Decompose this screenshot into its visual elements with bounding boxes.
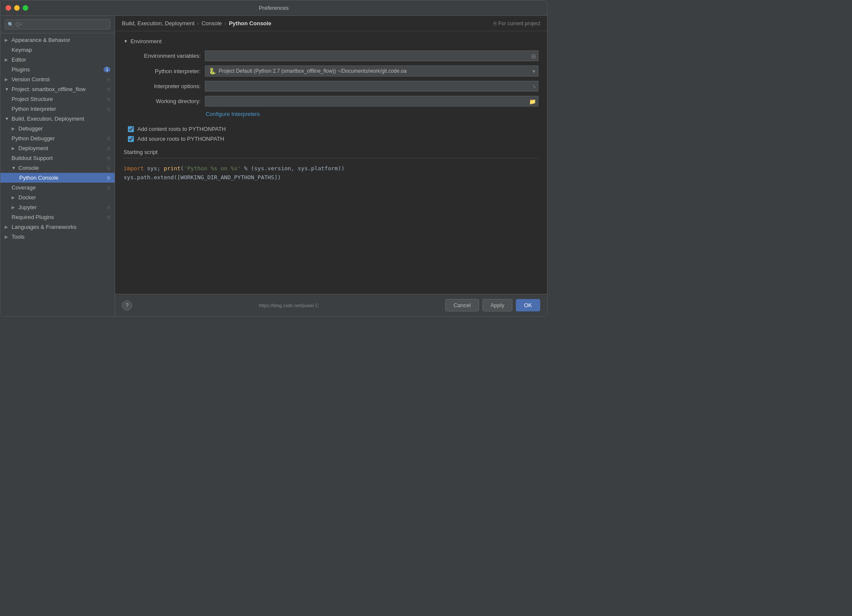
search-input[interactable] [5, 19, 110, 30]
working-directory-label: Working directory: [124, 98, 201, 104]
python-interpreter-select-wrapper: 🐍 Project Default (Python 2.7 (smartbox_… [205, 65, 538, 77]
python-interpreter-label: Python interpreter: [124, 68, 201, 74]
copy-icon: ⎘ [107, 97, 110, 102]
sidebar-item-label: Build, Execution, Deployment [12, 116, 84, 122]
sidebar-item-label: Tools [12, 234, 24, 240]
sidebar-item-project[interactable]: ▼ Project: smartbox_offline_flow ⎘ [0, 84, 115, 94]
code-text: sys; [144, 164, 164, 173]
main-layout: 🔍 ▶ Appearance & Behavior Keymap ▶ [0, 16, 547, 316]
copy-icon: ⎘ [107, 185, 110, 190]
env-variables-label: Environment variables: [124, 53, 201, 59]
add-source-roots-label: Add source roots to PYTHONPATH [137, 136, 224, 142]
sidebar-item-buildout[interactable]: Buildout Support ⎘ [0, 153, 115, 163]
sidebar-item-coverage[interactable]: Coverage ⎘ [0, 183, 115, 192]
copy-icon: ⎘ [107, 87, 110, 92]
arrow-icon: ▼ [5, 116, 10, 121]
sidebar-item-label: Docker [18, 194, 36, 201]
for-current-project: ⎘ For current project [494, 21, 540, 27]
ok-button[interactable]: OK [516, 299, 540, 311]
sidebar-item-label: Editor [12, 56, 26, 63]
arrow-icon: ▶ [5, 234, 10, 239]
sidebar-item-python-debugger[interactable]: Python Debugger ⎘ [0, 133, 115, 143]
code-string: 'Python %s on %s' [184, 164, 241, 173]
sidebar-item-label: Python Interpreter [12, 106, 56, 112]
add-content-roots-row: Add content roots to PYTHONPATH [124, 126, 538, 132]
add-content-roots-checkbox[interactable] [128, 126, 134, 132]
sidebar-item-label: Jupyter [18, 204, 37, 210]
sidebar-item-label: Project: smartbox_offline_flow [12, 86, 86, 92]
working-directory-input[interactable] [205, 96, 538, 107]
python-interpreter-select[interactable]: 🐍 Project Default (Python 2.7 (smartbox_… [205, 65, 538, 77]
copy-icon: ⎘ [107, 215, 110, 220]
bottom-url: https://blog.csdn.net/jiuwei C [259, 303, 319, 308]
copy-icon: ⎘ [494, 21, 497, 27]
sidebar-item-console[interactable]: ▼ Console ⎘ [0, 163, 115, 173]
bottom-bar: ? https://blog.csdn.net/jiuwei C Cancel … [115, 294, 547, 316]
copy-icon: ⎘ [107, 146, 110, 151]
code-line-2: sys.path.extend([WORKING_DIR_AND_PYTHON_… [124, 173, 538, 182]
add-source-roots-row: Add source roots to PYTHONPATH [124, 136, 538, 142]
sidebar-item-project-structure[interactable]: Project Structure ⎘ [0, 94, 115, 104]
configure-interpreters-link[interactable]: Configure Interpreters [206, 111, 260, 117]
sidebar-item-appearance[interactable]: ▶ Appearance & Behavior [0, 35, 115, 45]
env-variables-icon[interactable]: ⊟ [531, 53, 536, 59]
close-button[interactable] [6, 5, 11, 11]
sidebar-item-jupyter[interactable]: ▶ Jupyter ⎘ [0, 202, 115, 212]
working-directory-input-wrapper: 📁 [205, 96, 538, 107]
sidebar-item-version-control[interactable]: ▶ Version Control ⎘ [0, 74, 115, 84]
breadcrumb-separator: › [225, 20, 226, 27]
sidebar-item-label: Version Control [12, 76, 50, 83]
sidebar-item-label: Debugger [18, 125, 43, 132]
code-punct: ( [180, 164, 184, 173]
nav-list: ▶ Appearance & Behavior Keymap ▶ Editor … [0, 33, 115, 243]
arrow-icon: ▶ [5, 38, 10, 42]
arrow-icon: ▶ [12, 195, 17, 200]
window-controls [6, 5, 28, 11]
sidebar-item-build-exec[interactable]: ▼ Build, Execution, Deployment [0, 114, 115, 124]
sidebar: 🔍 ▶ Appearance & Behavior Keymap ▶ [0, 16, 115, 316]
sidebar-item-debugger[interactable]: ▶ Debugger [0, 124, 115, 133]
copy-icon: ⎘ [107, 166, 110, 171]
env-variables-row: Environment variables: ⊟ [124, 50, 538, 61]
environment-section-header: ▼ Environment [124, 38, 538, 44]
sidebar-item-python-interpreter[interactable]: Python Interpreter ⎘ [0, 104, 115, 114]
minimize-button[interactable] [14, 5, 20, 11]
sidebar-item-languages[interactable]: ▶ Languages & Frameworks [0, 222, 115, 232]
starting-script-label: Starting script [124, 149, 538, 158]
breadcrumb: Build, Execution, Deployment › Console ›… [115, 16, 547, 31]
sidebar-item-deployment[interactable]: ▶ Deployment ⎘ [0, 143, 115, 153]
sidebar-item-keymap[interactable]: Keymap [0, 45, 115, 55]
sidebar-item-plugins[interactable]: Plugins 1 [0, 65, 115, 74]
interpreter-options-input[interactable] [205, 81, 538, 92]
maximize-button[interactable] [23, 5, 28, 11]
expand-icon[interactable]: ⤡ [532, 84, 536, 89]
code-line-1: import sys; print ( 'Python %s on %s' % … [124, 164, 538, 173]
add-source-roots-checkbox[interactable] [128, 136, 134, 142]
folder-icon[interactable]: 📁 [529, 98, 536, 104]
copy-icon: ⎘ [107, 107, 110, 112]
sidebar-item-label: Languages & Frameworks [12, 224, 77, 230]
sidebar-item-python-console[interactable]: Python Console ⎘ [0, 173, 115, 183]
sidebar-item-tools[interactable]: ▶ Tools [0, 232, 115, 242]
arrow-icon: ▶ [5, 225, 10, 229]
sidebar-item-editor[interactable]: ▶ Editor [0, 55, 115, 65]
copy-icon: ⎘ [107, 175, 110, 181]
section-collapse-arrow[interactable]: ▼ [124, 39, 128, 44]
environment-section-label: Environment [130, 38, 162, 44]
plugins-badge: 1 [104, 67, 110, 72]
sidebar-item-docker[interactable]: ▶ Docker [0, 192, 115, 202]
help-button[interactable]: ? [122, 300, 132, 311]
arrow-icon: ▼ [12, 166, 17, 170]
env-variables-input-wrapper: ⊟ [205, 50, 538, 61]
apply-button[interactable]: Apply [482, 299, 513, 311]
sidebar-item-required-plugins[interactable]: Required Plugins ⎘ [0, 212, 115, 222]
breadcrumb-current: Python Console [229, 20, 271, 27]
interpreter-options-label: Interpreter options: [124, 83, 201, 89]
content-panel: Build, Execution, Deployment › Console ›… [115, 16, 547, 316]
add-content-roots-label: Add content roots to PYTHONPATH [137, 126, 226, 132]
breadcrumb-separator: › [197, 20, 199, 27]
cancel-button[interactable]: Cancel [445, 299, 479, 311]
arrow-icon: ▶ [5, 77, 10, 82]
env-variables-input[interactable] [205, 50, 538, 61]
preferences-window: Preferences 🔍 ▶ Appearance & Behavior [0, 0, 547, 317]
